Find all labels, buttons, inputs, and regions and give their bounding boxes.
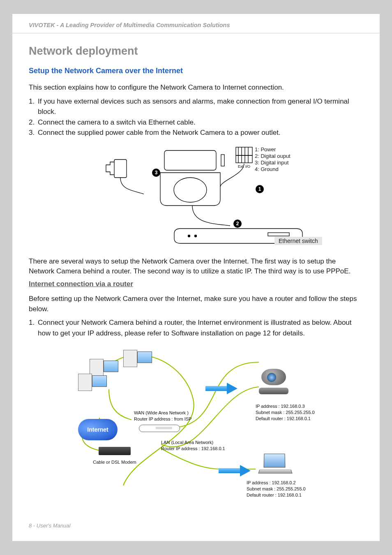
- step-number: 1.: [29, 317, 38, 338]
- topology-lines-icon: [29, 346, 363, 502]
- paragraph-before: Before setting up the Network Camera ove…: [29, 294, 363, 314]
- mask-line: Subnet mask : 255.255.255.0: [256, 409, 315, 416]
- modem-label: Cable or DSL Modem: [90, 459, 140, 465]
- svg-point-3: [174, 178, 207, 202]
- laptop-icon: [259, 453, 292, 475]
- camera-ip-annotation: IP address : 192.168.0.3 Subnet mask : 2…: [256, 403, 315, 422]
- step-text: Connect your Network Camera behind a rou…: [38, 317, 363, 338]
- gw-line: Default router : 192.168.0.1: [256, 416, 315, 422]
- setup-steps: 1.If you have external devices such as s…: [29, 96, 363, 138]
- wan-annotation: WAN (Wide Area Network ) Router IP addre…: [134, 410, 191, 422]
- pin-label: 4: Ground: [255, 166, 291, 173]
- router-icon: [139, 425, 180, 432]
- callout-badge-1: 1: [256, 185, 264, 193]
- desktop-icon: [78, 374, 92, 391]
- pin-label: 1: Power: [255, 146, 291, 153]
- svg-rect-0: [114, 160, 127, 178]
- svg-point-12: [195, 235, 197, 237]
- modem-icon: [99, 447, 131, 455]
- step-number: 3.: [29, 127, 38, 138]
- ethernet-switch-label: Ethernet switch: [274, 237, 322, 245]
- svg-rect-1: [164, 150, 216, 170]
- router-steps: 1.Connect your Network Camera behind a r…: [29, 317, 363, 338]
- section-title-router: Internet connection via a router: [29, 280, 363, 288]
- arrow-icon: [205, 384, 238, 393]
- internet-cloud-icon: Internet: [78, 419, 118, 440]
- page-header: VIVOTEK - A Leading Provider of Multimed…: [29, 22, 230, 28]
- wan-ip: Router IP address : from ISP: [134, 416, 191, 422]
- diagram-network-topology: Internet Cable or DSL Modem WAN (Wide Ar…: [29, 346, 363, 502]
- step-number: 2.: [29, 117, 38, 128]
- pin-label: 2: Digital ouput: [255, 153, 291, 160]
- laptop-ip-annotation: IP address : 192.168.0.2 Subnet mask : 2…: [247, 480, 306, 498]
- svg-rect-10: [268, 233, 289, 236]
- diagram-camera-setup: Ext. I/O 1: Power 2: Digital ouput 3: Di…: [74, 146, 370, 247]
- wan-label: WAN (Wide Area Network ): [134, 410, 191, 416]
- io-pin-legend: 1: Power 2: Digital ouput 3: Digital inp…: [255, 146, 291, 173]
- mask-line: Subnet mask : 255.255.255.0: [247, 486, 306, 492]
- section-title-setup: Setup the Network Camera over the Intern…: [29, 67, 363, 75]
- callout-badge-3: 3: [152, 169, 160, 177]
- monitor-icon: [137, 352, 152, 363]
- lan-ip: Router IP address : 192.168.0.1: [161, 446, 225, 452]
- step-text: Connect the camera to a switch via Ether…: [38, 117, 363, 128]
- page-footer: 8 - User's Manual: [29, 523, 70, 529]
- step-number: 1.: [29, 96, 38, 117]
- network-camera-icon: [259, 366, 288, 394]
- monitor-icon: [104, 361, 118, 372]
- ip-line: IP address : 192.168.0.2: [247, 480, 306, 486]
- arrow-icon: [219, 466, 251, 476]
- lan-label: LAN (Local Area Network): [161, 439, 225, 446]
- ip-line: IP address : 192.168.0.3: [256, 403, 315, 409]
- ext-io-label: Ext. I/O: [238, 164, 250, 169]
- pin-label: 3: Digital input: [255, 160, 291, 166]
- callout-badge-2: 2: [233, 220, 242, 228]
- intro-paragraph: This section explains how to configure t…: [29, 83, 363, 93]
- gw-line: Default router : 192.168.0.1: [247, 492, 306, 498]
- svg-rect-2: [221, 155, 224, 166]
- step-text: If you have external devices such as sen…: [38, 96, 363, 117]
- monitor-icon: [92, 375, 107, 387]
- svg-point-11: [188, 235, 190, 237]
- step-text: Connect the supplied power cable from th…: [38, 127, 363, 138]
- page-title: Network deployment: [29, 45, 363, 58]
- internet-label: Internet: [87, 426, 108, 433]
- paragraph-ways: There are several ways to setup the Netw…: [29, 257, 363, 277]
- lan-annotation: LAN (Local Area Network) Router IP addre…: [161, 439, 225, 452]
- desktop-icon: [123, 350, 137, 367]
